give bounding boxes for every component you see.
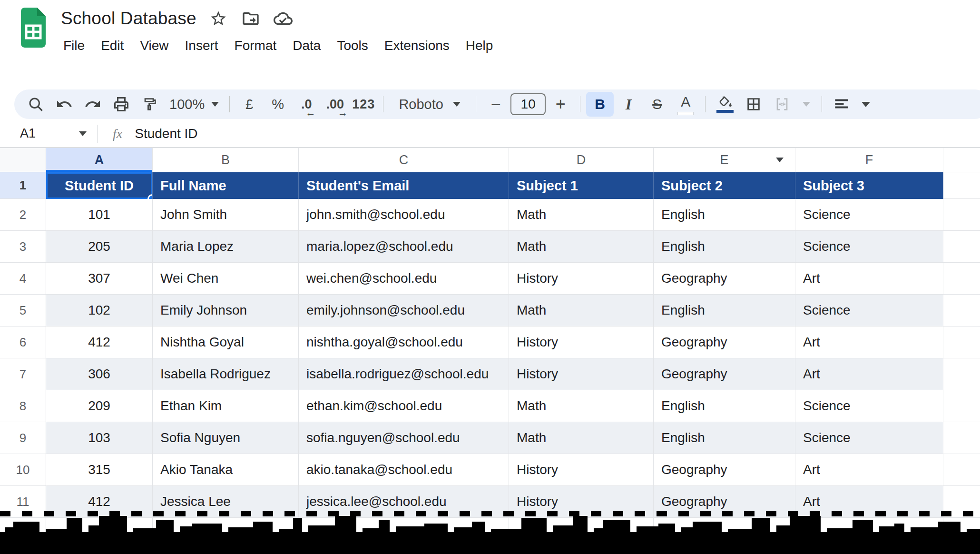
merge-cells-menu-button[interactable] [797, 92, 816, 117]
row-header-12[interactable]: 12 [0, 518, 46, 550]
menu-file[interactable]: File [55, 35, 93, 56]
italic-button[interactable]: I [615, 92, 642, 117]
sheets-logo-icon[interactable] [19, 8, 48, 48]
cell-D8[interactable]: Math [509, 390, 654, 422]
menu-tools[interactable]: Tools [329, 35, 376, 56]
cell-E3[interactable]: English [654, 231, 795, 263]
cell-E4[interactable]: Geography [654, 263, 795, 295]
cell-D10[interactable]: History [509, 454, 654, 486]
row-header-8[interactable]: 8 [0, 390, 46, 422]
fill-handle[interactable] [147, 194, 153, 199]
cell-A12[interactable] [46, 518, 153, 550]
cell-F9[interactable]: Science [795, 422, 943, 454]
column-header-d[interactable]: D [509, 148, 654, 172]
row-header-2[interactable]: 2 [0, 199, 46, 231]
column-header-c[interactable]: C [299, 148, 509, 172]
cell-E7[interactable]: Geography [654, 358, 795, 390]
horizontal-align-menu-button[interactable] [856, 92, 875, 117]
cell-C1[interactable]: Student's Email [299, 172, 509, 199]
cell-F5[interactable]: Science [795, 295, 943, 326]
menu-insert[interactable]: Insert [177, 35, 226, 56]
redo-button[interactable] [79, 92, 107, 117]
cell-C11[interactable]: jessica.lee@school.edu [299, 486, 509, 518]
menu-edit[interactable]: Edit [93, 35, 132, 56]
cell-A9[interactable]: 103 [46, 422, 153, 454]
number-format-button[interactable]: 123 [350, 92, 377, 117]
column-header-a[interactable]: A [46, 148, 153, 172]
bold-button[interactable]: B [586, 92, 614, 117]
horizontal-align-button[interactable] [828, 92, 855, 117]
decrease-decimal-button[interactable]: .0 ← [293, 92, 320, 117]
cell-D12[interactable] [509, 518, 654, 550]
cell-A5[interactable]: 102 [46, 295, 153, 326]
text-color-button[interactable]: A [672, 92, 699, 117]
search-button[interactable] [22, 92, 49, 117]
cell-C12[interactable] [299, 518, 509, 550]
row-header-5[interactable]: 5 [0, 295, 46, 326]
cell-B6[interactable]: Nishtha Goyal [153, 326, 299, 358]
column-header-f[interactable]: F [795, 148, 943, 172]
cloud-status-button[interactable] [274, 9, 293, 28]
cell-C4[interactable]: wei.chen@school.edu [299, 263, 509, 295]
cell-E9[interactable]: English [654, 422, 795, 454]
undo-button[interactable] [50, 92, 78, 117]
menu-help[interactable]: Help [458, 35, 501, 56]
cell-E10[interactable]: Geography [654, 454, 795, 486]
cell-E5[interactable]: English [654, 295, 795, 326]
cell-D9[interactable]: Math [509, 422, 654, 454]
cell-F1[interactable]: Subject 3 [795, 172, 943, 199]
star-button[interactable] [209, 9, 228, 28]
increase-font-size-button[interactable]: + [547, 92, 574, 117]
cell-B12[interactable] [153, 518, 299, 550]
cell-B9[interactable]: Sofia Nguyen [153, 422, 299, 454]
row-header-4[interactable]: 4 [0, 263, 46, 295]
cell-C5[interactable]: emily.johnson@school.edu [299, 295, 509, 326]
row-header-7[interactable]: 7 [0, 358, 46, 390]
cell-D2[interactable]: Math [509, 199, 654, 231]
decrease-font-size-button[interactable]: − [482, 92, 510, 117]
fill-color-button[interactable] [711, 92, 739, 117]
menu-data[interactable]: Data [284, 35, 329, 56]
font-family-control[interactable]: Roboto [389, 92, 470, 117]
cell-A1[interactable]: Student ID [46, 172, 153, 199]
row-header-10[interactable]: 10 [0, 454, 46, 486]
font-size-input[interactable]: 10 [510, 93, 546, 115]
cell-B11[interactable]: Jessica Lee [153, 486, 299, 518]
strikethrough-button[interactable]: S [643, 92, 671, 117]
document-title[interactable]: School Database [61, 9, 196, 29]
row-header-6[interactable]: 6 [0, 326, 46, 358]
paint-format-button[interactable] [136, 92, 164, 117]
formula-input[interactable]: Student ID [135, 126, 197, 141]
cell-B7[interactable]: Isabella Rodriguez [153, 358, 299, 390]
cell-C2[interactable]: john.smith@school.edu [299, 199, 509, 231]
cell-A3[interactable]: 205 [46, 231, 153, 263]
select-all-corner[interactable] [0, 148, 46, 172]
borders-button[interactable] [740, 92, 767, 117]
cell-D5[interactable]: Math [509, 295, 654, 326]
cell-A4[interactable]: 307 [46, 263, 153, 295]
cell-E1[interactable]: Subject 2 [654, 172, 795, 199]
cell-D11[interactable]: History [509, 486, 654, 518]
cell-F12[interactable] [795, 518, 943, 550]
cell-A2[interactable]: 101 [46, 199, 153, 231]
cell-E2[interactable]: English [654, 199, 795, 231]
cell-F7[interactable]: Art [795, 358, 943, 390]
cell-A8[interactable]: 209 [46, 390, 153, 422]
cell-E11[interactable]: Geography [654, 486, 795, 518]
column-dropdown-icon[interactable] [776, 158, 784, 162]
cell-E8[interactable]: English [654, 390, 795, 422]
cell-F11[interactable]: Art [795, 486, 943, 518]
cell-D4[interactable]: History [509, 263, 654, 295]
cell-A10[interactable]: 315 [46, 454, 153, 486]
merge-cells-button[interactable] [768, 92, 796, 117]
cell-A6[interactable]: 412 [46, 326, 153, 358]
cell-F8[interactable]: Science [795, 390, 943, 422]
column-header-b[interactable]: B [153, 148, 299, 172]
row-header-11[interactable]: 11 [0, 486, 46, 518]
percent-format-button[interactable]: % [264, 92, 292, 117]
cell-C7[interactable]: isabella.rodriguez@school.edu [299, 358, 509, 390]
cell-A7[interactable]: 306 [46, 358, 153, 390]
cell-F6[interactable]: Art [795, 326, 943, 358]
cell-C9[interactable]: sofia.nguyen@school.edu [299, 422, 509, 454]
cell-B10[interactable]: Akio Tanaka [153, 454, 299, 486]
